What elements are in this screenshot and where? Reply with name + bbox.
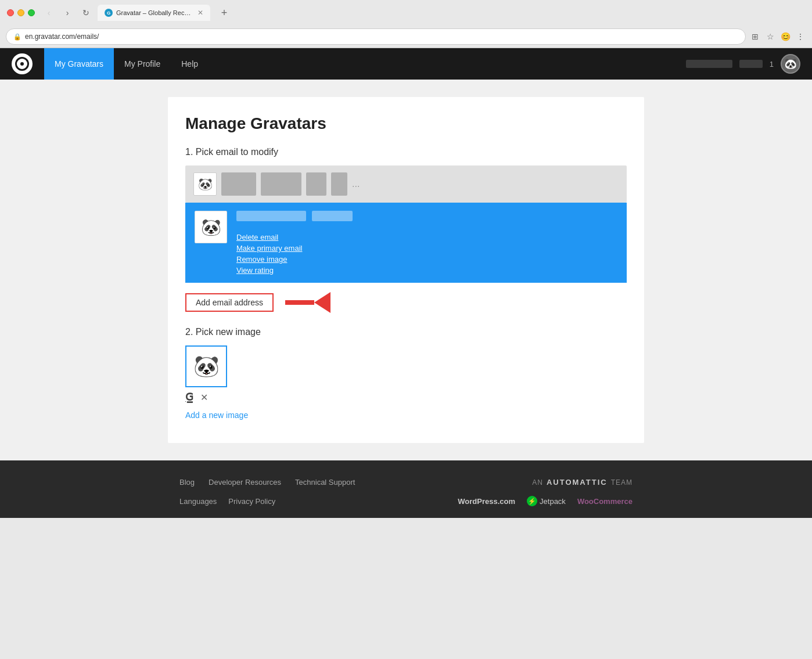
selected-email-avatar: 🐼 (195, 211, 227, 243)
add-email-section: Add email address (185, 292, 627, 313)
section2-heading: 2. Pick new image (185, 327, 627, 337)
back-button[interactable]: ‹ (42, 6, 56, 20)
delete-email-link[interactable]: Delete email (236, 233, 353, 242)
jetpack-label: Jetpack (540, 497, 566, 506)
tab-title: Gravatar – Globally Recognize... (116, 9, 192, 16)
nav-links: My Gravatars My Profile Help (44, 48, 209, 80)
browser-tab[interactable]: G Gravatar – Globally Recognize... ✕ (98, 5, 210, 21)
selected-email-info: Delete email Make primary email Remove i… (236, 211, 353, 275)
footer-link-privacy-policy[interactable]: Privacy Policy (228, 497, 275, 506)
nav-redacted-2 (739, 60, 763, 68)
footer-link-languages[interactable]: Languages (179, 497, 217, 506)
address-bar-row: 🔒 en.gravatar.com/emails/ ⊞ ☆ 😊 ⋮ (0, 26, 812, 48)
gravatar-logo[interactable] (12, 53, 33, 74)
nav-right: 1 🐼 (686, 54, 800, 74)
image-selection: 🐼 G̲ ✕ Add a new image (185, 345, 627, 420)
add-email-address-button[interactable]: Add email address (185, 293, 274, 312)
user-avatar[interactable]: 🐼 (781, 54, 800, 74)
nav-link-my-gravatars[interactable]: My Gravatars (44, 48, 114, 80)
gravatar-logo-inner (15, 57, 29, 71)
url-text: en.gravatar.com/emails/ (25, 33, 99, 41)
email-action-links: Delete email Make primary email Remove i… (236, 233, 353, 275)
bookmark-icon[interactable]: ☆ (764, 31, 776, 42)
close-window-button[interactable] (7, 9, 14, 16)
nav-link-help[interactable]: Help (171, 48, 209, 80)
email-picker-more: ... (352, 179, 360, 189)
automattic-prefix: AN (532, 478, 543, 487)
footer-brand-logos: WordPress.com ⚡ Jetpack WooCommerce (458, 496, 633, 506)
gravatar-g-icon[interactable]: G̲ (185, 391, 193, 404)
add-new-image-link[interactable]: Add a new image (185, 410, 627, 420)
email-avatar-placeholder-2[interactable] (261, 172, 301, 196)
main-content: Manage Gravatars 1. Pick email to modify… (0, 80, 812, 460)
selected-email-row: 🐼 Delete email Make primary email Remove… (185, 203, 627, 283)
email-avatar-active[interactable]: 🐼 (193, 172, 217, 196)
section1-heading: 1. Pick email to modify (185, 147, 627, 157)
translate-icon[interactable]: ⊞ (749, 31, 761, 42)
forward-button[interactable]: › (60, 6, 74, 20)
email-avatar-placeholder-3[interactable] (306, 172, 326, 196)
arrow-head (314, 292, 330, 313)
minimize-window-button[interactable] (17, 9, 24, 16)
footer-links-row: Blog Developer Resources Technical Suppo… (179, 478, 633, 487)
address-bar-actions: ⊞ ☆ 😊 ⋮ (749, 31, 806, 42)
remove-image-icon[interactable]: ✕ (200, 392, 208, 403)
make-primary-email-link[interactable]: Make primary email (236, 244, 353, 253)
arrow-indicator (285, 292, 330, 313)
email-redacted-narrow (312, 211, 353, 221)
user-icon[interactable]: 😊 (779, 31, 791, 42)
footer-secondary-row: Languages Privacy Policy WordPress.com ⚡… (179, 496, 633, 506)
remove-image-link[interactable]: Remove image (236, 255, 353, 264)
tab-close-button[interactable]: ✕ (197, 9, 203, 17)
nav-count: 1 (770, 60, 774, 69)
jetpack-icon: ⚡ (527, 496, 537, 506)
page-title: Manage Gravatars (185, 114, 627, 133)
traffic-lights (7, 9, 35, 16)
new-tab-button[interactable]: + (217, 6, 231, 20)
email-redacted-wide (236, 211, 306, 221)
address-bar[interactable]: 🔒 en.gravatar.com/emails/ (6, 28, 746, 45)
reload-button[interactable]: ↻ (79, 6, 93, 20)
footer-link-blog[interactable]: Blog (179, 478, 195, 487)
content-card: Manage Gravatars 1. Pick email to modify… (168, 97, 644, 443)
selected-image-thumb[interactable]: 🐼 (185, 345, 227, 387)
footer-secondary-links: Languages Privacy Policy (179, 497, 275, 506)
footer-link-technical-support[interactable]: Technical Support (295, 478, 355, 487)
email-avatar-placeholder-1[interactable] (221, 172, 256, 196)
automattic-brand: AUTOMATTIC (547, 478, 608, 487)
image-thumb-actions: G̲ ✕ (185, 391, 627, 404)
woocommerce-logo[interactable]: WooCommerce (577, 497, 633, 506)
nav-redacted-1 (686, 60, 732, 68)
view-rating-link[interactable]: View rating (236, 266, 353, 275)
wordpress-logo[interactable]: WordPress.com (458, 497, 515, 506)
maximize-window-button[interactable] (28, 9, 35, 16)
image-thumb-container: 🐼 (185, 345, 627, 387)
lock-icon: 🔒 (13, 33, 21, 41)
arrow-shaft (285, 300, 314, 305)
footer-inner: Blog Developer Resources Technical Suppo… (168, 478, 644, 506)
email-picker: 🐼 ... (185, 165, 627, 203)
app-navigation: My Gravatars My Profile Help 1 🐼 (0, 48, 812, 80)
automattic-suffix: TEAM (611, 478, 633, 487)
browser-chrome: ‹ › ↻ G Gravatar – Globally Recognize...… (0, 0, 812, 48)
jetpack-logo[interactable]: ⚡ Jetpack (527, 496, 566, 506)
tab-favicon: G (105, 9, 113, 17)
browser-titlebar: ‹ › ↻ G Gravatar – Globally Recognize...… (0, 0, 812, 26)
footer: Blog Developer Resources Technical Suppo… (0, 460, 812, 518)
email-avatar-placeholder-4[interactable] (331, 172, 347, 196)
menu-icon[interactable]: ⋮ (795, 31, 806, 42)
nav-link-my-profile[interactable]: My Profile (114, 48, 171, 80)
footer-link-developer-resources[interactable]: Developer Resources (209, 478, 281, 487)
